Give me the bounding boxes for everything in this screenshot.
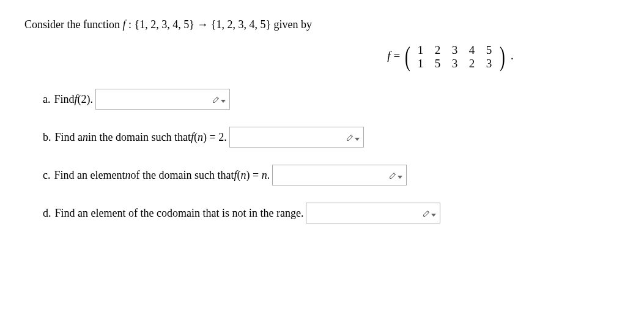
m-2-2: 5 [429, 57, 446, 70]
m-1-1: 1 [412, 43, 429, 57]
question-c-var: n [125, 169, 130, 182]
question-c-label: c. [43, 169, 51, 182]
m-1-3: 3 [446, 43, 464, 57]
question-d-label: d. [43, 207, 51, 220]
question-c-text3: . [267, 169, 270, 182]
matrix-body: 1 2 3 4 5 1 5 3 2 3 [412, 43, 498, 70]
question-a-label: a. [43, 93, 51, 106]
question-b-text3: . [224, 131, 227, 144]
question-a: a. Find f(2) . [43, 89, 620, 110]
answer-input-d[interactable] [306, 203, 440, 223]
question-c: c. Find an element n of the domain such … [43, 165, 620, 185]
problem-intro: Consider the function f : {1, 2, 3, 4, 5… [24, 18, 620, 31]
intro-prefix: Consider the function [24, 18, 122, 31]
chevron-down-icon [221, 100, 226, 103]
pencil-icon [423, 209, 436, 217]
pencil-icon [212, 95, 226, 103]
m-2-4: 2 [464, 57, 481, 70]
question-a-text1: Find [54, 93, 75, 106]
chevron-down-icon [431, 214, 436, 217]
right-paren: ) [499, 43, 505, 70]
question-b-label: b. [43, 131, 51, 144]
question-a-math: f(2) [75, 93, 91, 106]
question-b-text1: Find a [55, 131, 83, 144]
answer-input-b[interactable] [229, 127, 364, 148]
pencil-icon [346, 133, 360, 141]
question-c-text2: of the domain such that [130, 169, 234, 182]
matrix-row-1: 1 2 3 4 5 [412, 43, 498, 57]
question-c-text1: Find an element [54, 169, 125, 182]
m-2-3: 3 [446, 57, 464, 70]
chevron-down-icon [355, 138, 360, 141]
m-1-2: 2 [429, 43, 446, 57]
m-1-5: 5 [481, 43, 498, 57]
question-a-text2: . [91, 93, 94, 106]
answer-input-a[interactable] [95, 89, 230, 110]
matrix-wrapper: ( 1 2 3 4 5 1 5 3 2 3 ) [403, 43, 506, 70]
question-b-var: n [83, 131, 88, 144]
m-2-1: 1 [412, 57, 429, 70]
question-b: b. Find a n in the domain such that f(n)… [43, 127, 620, 148]
question-d-text1: Find an element of the codomain that is … [55, 207, 304, 220]
m-2-5: 3 [481, 57, 498, 70]
m-1-4: 4 [464, 43, 481, 57]
matrix-row-2: 1 5 3 2 3 [412, 57, 498, 70]
left-paren: ( [405, 43, 410, 70]
intro-suffix: given by [274, 18, 313, 31]
question-c-math: f(n) = n [234, 169, 267, 182]
chevron-down-icon [398, 176, 402, 179]
question-d: d. Find an element of the codomain that … [43, 203, 620, 223]
question-b-text2: in the domain such that [88, 131, 191, 144]
pencil-icon [389, 171, 402, 179]
matrix-lhs: f [387, 49, 390, 62]
answer-input-c[interactable] [272, 165, 407, 185]
matrix-period: . [511, 49, 514, 62]
function-matrix-display: f = ( 1 2 3 4 5 1 5 3 2 3 ) . [24, 43, 620, 70]
question-b-math: f(n) = 2 [191, 131, 224, 144]
intro-func-expr: f : {1, 2, 3, 4, 5} → {1, 2, 3, 4, 5} [122, 18, 273, 31]
